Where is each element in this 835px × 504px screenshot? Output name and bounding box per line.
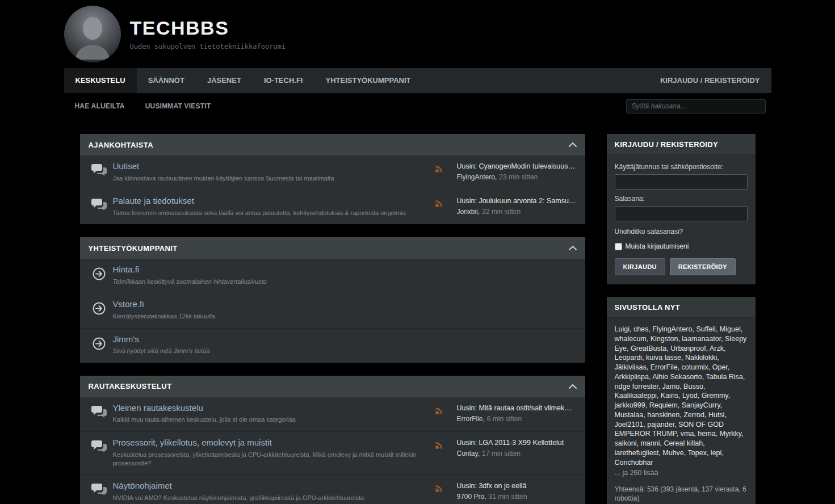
remember-me-row[interactable]: Muista kirjautumiseni <box>615 242 748 250</box>
online-user[interactable]: Conchobhar <box>615 459 653 467</box>
online-user[interactable]: ErrorFile <box>651 363 678 371</box>
nav-login-register-link[interactable]: KIRJAUDU / REKISTERÖIDY <box>649 68 771 93</box>
online-user[interactable]: lepi <box>711 449 721 457</box>
forum-title[interactable]: Vstore.fi <box>113 299 572 310</box>
rss-icon[interactable] <box>435 199 443 207</box>
online-user[interactable]: Leopardi <box>615 354 643 362</box>
rss-icon[interactable] <box>435 484 443 492</box>
latest-thread[interactable]: LGA 2011-3 X99 Kellottelut <box>479 439 564 447</box>
online-user[interactable]: GreatBusta <box>631 345 666 352</box>
online-user[interactable]: Suffeli <box>696 325 716 333</box>
online-user[interactable]: Kingston <box>651 335 678 343</box>
online-user[interactable]: kuiva lasse <box>646 354 681 362</box>
nav-tab-3[interactable]: IO-TECH.FI <box>253 68 314 93</box>
latest-time[interactable]: 6 min sitten <box>487 415 522 423</box>
latest-time[interactable]: 22 min sitten <box>482 208 521 216</box>
forum-title[interactable]: Hinta.fi <box>113 264 572 275</box>
online-user[interactable]: Oper <box>712 363 728 371</box>
latest-time[interactable]: 17 min sitten <box>482 450 521 457</box>
online-user[interactable]: Jälkiviisas <box>615 363 647 371</box>
latest-thread[interactable]: Joulukuun arvonta 2: Samsu… <box>479 197 576 205</box>
subnav-link-uusimmat-viestit[interactable]: UUSIMMAT VIESTIT <box>145 102 211 110</box>
online-user[interactable]: Mustalaa <box>615 411 644 419</box>
rss-icon[interactable] <box>435 406 443 414</box>
online-user[interactable]: Busso <box>683 383 703 390</box>
online-user[interactable]: vma <box>681 430 694 438</box>
online-user[interactable]: Arkkipiispa <box>615 373 649 381</box>
online-user[interactable]: jarkko999 <box>615 401 645 409</box>
online-user[interactable]: Topex <box>688 449 707 457</box>
online-user[interactable]: Aihio Sekasorto <box>652 373 702 381</box>
forum-title[interactable]: Palaute ja tiedotukset <box>113 196 431 207</box>
forum-title[interactable]: Jimm's <box>113 334 572 345</box>
latest-author[interactable]: ErrorFile, <box>457 415 485 423</box>
forum-title[interactable]: Näytönohjaimet <box>113 481 431 492</box>
online-user[interactable]: iarethefugliest <box>615 449 659 457</box>
online-user[interactable]: ches <box>633 325 648 333</box>
latest-author[interactable]: FlyingAntero, <box>457 173 497 181</box>
online-user[interactable]: Tabula Risa <box>706 373 743 381</box>
online-user[interactable]: Kaalikaaleppi <box>615 392 657 400</box>
register-button[interactable]: REKISTERÖIDY <box>670 258 736 275</box>
online-user[interactable]: Cereal killah <box>664 439 703 447</box>
latest-time[interactable]: 23 min sitten <box>499 173 538 181</box>
nav-tab-4[interactable]: YHTEISTYÖKUMPPANIT <box>314 68 422 93</box>
online-user[interactable]: SanjayCurry <box>682 401 720 409</box>
online-user[interactable]: Miguel <box>720 325 741 333</box>
online-user[interactable]: Luigi <box>615 325 630 333</box>
online-user[interactable]: Jamo <box>662 383 680 390</box>
online-user[interactable]: pajander <box>647 421 674 429</box>
chevron-up-icon[interactable] <box>569 142 577 147</box>
forum-title[interactable]: Uutiset <box>113 161 431 172</box>
latest-thread[interactable]: 3dfx on jo eellä <box>479 482 526 490</box>
online-user[interactable]: hema <box>698 430 715 438</box>
latest-author[interactable]: Jonxbii, <box>457 208 480 216</box>
online-user[interactable]: whalecum <box>615 335 647 343</box>
online-user[interactable]: Zerrod <box>683 411 704 419</box>
online-more-link[interactable]: ... ja 260 lisää <box>615 468 748 478</box>
latest-author[interactable]: 9700 Pro, <box>457 493 486 501</box>
online-user[interactable]: Urbanproof <box>670 345 706 352</box>
category-header[interactable]: AJANKOHTAISTA <box>80 134 585 156</box>
latest-thread[interactable]: Mitä rautaa ostit/sait viimek… <box>479 404 571 412</box>
subnav-link-hae-alueilta[interactable]: HAE ALUEILTA <box>75 102 125 110</box>
password-field[interactable] <box>615 206 748 221</box>
username-field[interactable] <box>615 174 748 190</box>
chevron-up-icon[interactable] <box>569 246 577 250</box>
forum-title[interactable]: Prosessorit, ylikellotus, emolevyt ja mu… <box>113 438 431 448</box>
latest-thread[interactable]: CyanogenModin tulevaisuus… <box>479 162 575 170</box>
online-user[interactable]: saikoni <box>615 439 637 447</box>
latest-time[interactable]: 31 min sitten <box>489 493 527 501</box>
remember-me-checkbox[interactable] <box>615 243 622 250</box>
online-user[interactable]: Lyod <box>682 392 698 400</box>
online-user[interactable]: Muhve <box>662 449 684 457</box>
chevron-up-icon[interactable] <box>569 384 577 389</box>
forum-title[interactable]: Yleinen rautakeskustelu <box>113 403 431 414</box>
online-user[interactable]: Myrkky <box>720 430 742 438</box>
online-user[interactable]: Kairis <box>661 392 678 400</box>
online-user[interactable]: hanskinen <box>647 411 679 419</box>
online-user[interactable]: FlyingAntero <box>652 325 692 333</box>
latest-author[interactable]: Contay, <box>457 450 480 457</box>
forgot-password-link[interactable]: Unohditko salasanasi? <box>615 228 748 236</box>
online-user[interactable]: Hutsi <box>708 411 724 419</box>
search-input[interactable] <box>626 99 766 114</box>
nav-tab-1[interactable]: SÄÄNNÖT <box>137 68 196 93</box>
online-user[interactable]: laamanaator <box>682 335 721 343</box>
site-logo-avatar[interactable] <box>64 6 121 62</box>
nav-tab-0[interactable]: KESKUSTELU <box>64 68 137 93</box>
category-header[interactable]: YHTEISTYÖKUMPPANIT <box>80 237 585 259</box>
online-user[interactable]: Requiem <box>649 401 678 409</box>
online-user[interactable]: Arzk <box>710 345 724 352</box>
nav-tab-2[interactable]: JÄSENET <box>196 68 253 93</box>
login-button[interactable]: KIRJAUDU <box>615 258 665 275</box>
rss-icon[interactable] <box>435 165 443 173</box>
online-user[interactable]: manni <box>640 439 660 447</box>
online-user[interactable]: coturmix <box>682 363 708 371</box>
online-user[interactable]: Gremmy <box>702 392 728 400</box>
rss-icon[interactable] <box>435 441 443 449</box>
online-user[interactable]: Nakkilokki <box>685 354 717 362</box>
online-user[interactable]: Joel2101 <box>615 421 644 429</box>
online-user[interactable]: ridge forrester <box>615 383 658 390</box>
category-header[interactable]: RAUTAKESKUSTELUT <box>80 376 585 397</box>
